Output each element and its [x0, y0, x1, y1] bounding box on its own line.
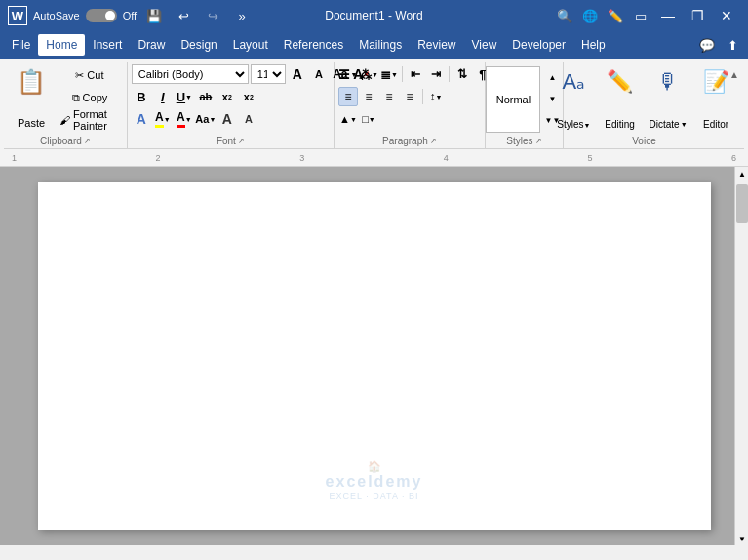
ruler-marks: 123456	[12, 153, 736, 163]
shading-button[interactable]: ▲ ▼	[338, 109, 358, 129]
paste-button[interactable]: 📋 Paste	[8, 64, 55, 133]
paste-icon: 📋	[17, 68, 46, 96]
justify-button[interactable]: ≡	[400, 87, 419, 106]
grow-font-button[interactable]: A	[288, 64, 307, 84]
voice-label: Voice	[632, 136, 655, 146]
highlight-color-bar	[155, 125, 164, 128]
ribbon: 📋 Paste ✂ Cut ⧉ Copy 🖌 Format Painter	[0, 59, 748, 167]
cut-button[interactable]: ✂ Cut	[57, 64, 123, 86]
menu-help[interactable]: Help	[573, 34, 613, 56]
autosave-label: AutoSave	[33, 10, 80, 21]
underline-dropdown[interactable]: ▼	[185, 94, 192, 100]
scroll-thumb[interactable]	[736, 184, 748, 223]
collapse-ribbon-button[interactable]: ▲	[725, 64, 744, 84]
redo-button[interactable]: ↪	[201, 4, 224, 27]
italic-button[interactable]: I	[153, 87, 173, 106]
undo-button[interactable]: ↩	[172, 4, 195, 27]
ribbon-collapse-area: ▲	[725, 62, 744, 148]
shading-dropdown[interactable]: ▼	[350, 116, 357, 123]
autosave-toggle[interactable]	[86, 9, 117, 22]
minimize-button[interactable]: —	[654, 2, 682, 29]
menu-home[interactable]: Home	[38, 34, 85, 56]
menu-file[interactable]: File	[4, 34, 38, 56]
styles-button[interactable]: Aₐ Styles▼	[551, 65, 596, 134]
font-color-dropdown[interactable]: ▼	[185, 116, 192, 123]
normal-style-button[interactable]: Normal	[486, 66, 540, 133]
paragraph-expand[interactable]: ↗	[430, 137, 437, 145]
styles-expand-icon[interactable]: ↗	[535, 137, 542, 145]
close-button[interactable]: ✕	[713, 2, 740, 29]
font-color-row: A A ▼ A ▼ Aa	[132, 109, 258, 129]
text-effects-button[interactable]: A	[132, 109, 151, 129]
decrease-indent-button[interactable]: ⇤	[406, 64, 425, 84]
share-ribbon-button[interactable]: ⬆	[721, 33, 744, 57]
bold-button[interactable]: B	[132, 87, 151, 106]
scroll-track[interactable]	[735, 180, 748, 532]
grow-font2-button[interactable]: A	[217, 109, 237, 129]
format-painter-button[interactable]: 🖌 Format Painter	[57, 109, 123, 131]
font-color-button[interactable]: A ▼	[175, 109, 194, 129]
align-left-button[interactable]: ≡	[338, 87, 358, 106]
multilevel-button[interactable]: ≣▼	[379, 64, 399, 84]
copy-button[interactable]: ⧉ Copy	[57, 87, 123, 108]
ruler: 123456	[4, 148, 744, 166]
editing-button[interactable]: ✏️ Editing	[599, 65, 642, 134]
watermark-text: exceldemy	[326, 473, 423, 491]
clipboard-expand[interactable]: ↗	[84, 137, 91, 145]
more-qa-button[interactable]: »	[230, 4, 254, 27]
search-button[interactable]: 🔍	[553, 4, 576, 27]
font-label: Font ↗	[217, 136, 245, 146]
shrink-font2-button[interactable]: A	[239, 109, 258, 129]
menu-developer[interactable]: Developer	[504, 34, 573, 56]
menu-references[interactable]: References	[276, 34, 351, 56]
subscript-button[interactable]: x2	[217, 87, 237, 106]
font-size-selector[interactable]: 11	[251, 64, 286, 84]
word-icon: W	[8, 6, 27, 25]
dictate-icon: 🎙	[657, 69, 679, 95]
line-spacing-button[interactable]: ↕▼	[426, 87, 446, 106]
present-button[interactable]: ▭	[629, 4, 652, 27]
para-divider2	[449, 66, 450, 82]
increase-indent-button[interactable]: ⇥	[426, 64, 446, 84]
editing-label: Editing	[605, 119, 635, 130]
paragraph-content: ☰▼ ⁂▼ ≣▼ ⇤ ⇥ ⇅ ¶ ≡ ≡	[338, 64, 481, 134]
shrink-font-button[interactable]: A	[309, 64, 329, 84]
scroll-up-button[interactable]: ▲	[735, 167, 748, 180]
menu-layout[interactable]: Layout	[225, 34, 276, 56]
cut-label: Cut	[87, 69, 103, 81]
menu-draw[interactable]: Draw	[130, 34, 173, 56]
menu-design[interactable]: Design	[173, 34, 224, 56]
scroll-down-button[interactable]: ▼	[735, 532, 748, 545]
pen-button[interactable]: ✏️	[604, 4, 627, 27]
align-right-button[interactable]: ≡	[379, 87, 399, 106]
highlight-dropdown[interactable]: ▼	[164, 116, 171, 123]
change-case-aa-button[interactable]: Aa▼	[196, 109, 216, 129]
superscript-button[interactable]: x2	[239, 87, 258, 106]
comments-button[interactable]: 💬	[695, 33, 719, 57]
clipboard-group: 📋 Paste ✂ Cut ⧉ Copy 🖌 Format Painter	[4, 62, 128, 148]
borders-dropdown[interactable]: ▼	[369, 116, 375, 123]
font-expand[interactable]: ↗	[238, 137, 245, 145]
menu-review[interactable]: Review	[410, 34, 463, 56]
highlight-color-button[interactable]: A ▼	[153, 109, 173, 129]
save-button[interactable]: 💾	[142, 4, 166, 27]
dictate-button[interactable]: 🎙 Dictate▼	[644, 65, 693, 134]
restore-button[interactable]: ❐	[684, 2, 711, 29]
para-row3: ▲ ▼ □ ▼	[338, 109, 378, 129]
document-page[interactable]: 🏠 exceldemy EXCEL · DATA · BI	[38, 182, 711, 530]
strikethrough-button[interactable]: ab	[196, 87, 216, 106]
menu-insert[interactable]: Insert	[85, 34, 130, 56]
bullets-button[interactable]: ☰▼	[338, 64, 358, 84]
menu-mailings[interactable]: Mailings	[351, 34, 410, 56]
underline-button[interactable]: U ▼	[175, 87, 194, 106]
borders-button[interactable]: □ ▼	[359, 109, 378, 129]
share-button[interactable]: 🌐	[578, 4, 602, 27]
copy-icon: ⧉	[72, 92, 80, 104]
watermark-icon: 🏠	[326, 460, 423, 473]
font-family-selector[interactable]: Calibri (Body)	[132, 64, 249, 84]
numbering-button[interactable]: ⁂▼	[359, 64, 378, 84]
vertical-scrollbar[interactable]: ▲ ▼	[734, 167, 748, 545]
sort-button[interactable]: ⇅	[453, 64, 472, 84]
menu-view[interactable]: View	[464, 34, 505, 56]
align-center-button[interactable]: ≡	[359, 87, 378, 106]
